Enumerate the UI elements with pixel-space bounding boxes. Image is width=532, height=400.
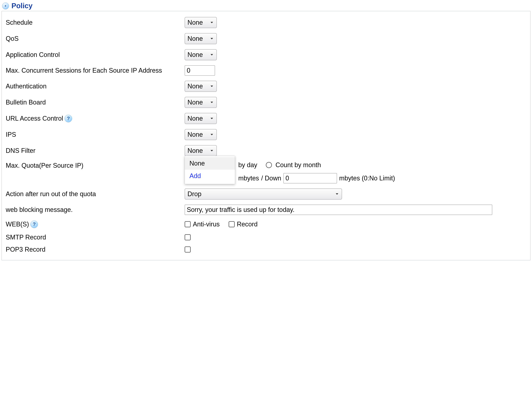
chevron-down-icon — [210, 37, 214, 41]
chevron-down-icon — [210, 148, 214, 153]
quota-down-label: / Down — [261, 174, 281, 182]
action-value: Drop — [187, 190, 201, 198]
bulletin-select[interactable]: None — [185, 97, 217, 108]
smtp-label: SMTP Record — [6, 233, 46, 242]
expand-icon[interactable] — [2, 2, 9, 9]
help-icon[interactable]: ? — [65, 115, 72, 122]
dnsfilter-value: None — [187, 147, 203, 155]
schedule-select[interactable]: None — [185, 17, 217, 28]
quota-label: Max. Quota(Per Source IP) — [6, 161, 83, 170]
sessions-label: Max. Concurrent Sessions for Each Source… — [6, 66, 162, 75]
section-title: Policy — [12, 2, 32, 10]
bulletin-label: Bulletin Board — [6, 98, 46, 107]
chevron-down-icon — [335, 192, 339, 196]
action-label: Action after run out of the quota — [6, 190, 96, 199]
policy-panel: Schedule None QoS None Application Contr… — [1, 11, 531, 260]
quota-radio-month-label: Count by month — [275, 161, 321, 169]
chevron-down-icon — [210, 84, 214, 88]
auth-label: Authentication — [6, 82, 46, 91]
dnsfilter-dropdown: None Add — [185, 156, 235, 184]
pop3-label: POP3 Record — [6, 245, 45, 254]
chevron-down-icon — [210, 100, 214, 104]
qos-value: None — [187, 35, 203, 42]
quota-radio-day-label: by day — [238, 161, 257, 169]
webs-antivirus-label: Anti-virus — [193, 220, 220, 228]
webmsg-input[interactable] — [185, 205, 492, 215]
dnsfilter-label: DNS Filter — [6, 146, 35, 155]
help-icon[interactable]: ? — [30, 220, 38, 228]
auth-value: None — [187, 83, 203, 90]
urlac-value: None — [187, 115, 203, 122]
chevron-down-icon — [210, 53, 214, 57]
qos-label: QoS — [6, 34, 19, 43]
dnsfilter-select[interactable]: None — [185, 145, 217, 156]
webs-record-label: Record — [237, 220, 258, 228]
chevron-down-icon — [210, 116, 214, 121]
urlac-label: URL Access Control — [6, 114, 63, 123]
dnsfilter-option-add[interactable]: Add — [185, 170, 235, 182]
quota-radio-month[interactable] — [266, 162, 272, 168]
chevron-down-icon — [210, 132, 214, 137]
schedule-label: Schedule — [6, 18, 32, 27]
webs-antivirus-checkbox[interactable] — [185, 221, 191, 227]
dnsfilter-option-none[interactable]: None — [185, 157, 235, 170]
chevron-down-icon — [210, 20, 214, 25]
pop3-checkbox[interactable] — [185, 246, 191, 252]
appctrl-select[interactable]: None — [185, 49, 217, 60]
ips-value: None — [187, 131, 203, 138]
section-heading: Policy — [2, 2, 531, 10]
sessions-input[interactable] — [185, 65, 215, 76]
auth-select[interactable]: None — [185, 81, 217, 92]
webs-record-checkbox[interactable] — [229, 221, 235, 227]
ips-label: IPS — [6, 130, 16, 139]
webs-label: WEB(S) — [6, 220, 29, 229]
action-select[interactable]: Drop — [185, 188, 342, 200]
quota-down-input[interactable] — [283, 173, 337, 183]
urlac-select[interactable]: None — [185, 113, 217, 124]
appctrl-value: None — [187, 51, 203, 58]
schedule-value: None — [187, 19, 203, 26]
appctrl-label: Application Control — [6, 51, 60, 59]
quota-unit-up: mbytes — [238, 174, 259, 182]
bulletin-value: None — [187, 99, 203, 106]
smtp-checkbox[interactable] — [185, 234, 191, 240]
webmsg-label: web blocking message. — [6, 206, 73, 214]
ips-select[interactable]: None — [185, 129, 217, 140]
qos-select[interactable]: None — [185, 33, 217, 44]
quota-hint: mbytes (0:No Limit) — [339, 174, 395, 182]
